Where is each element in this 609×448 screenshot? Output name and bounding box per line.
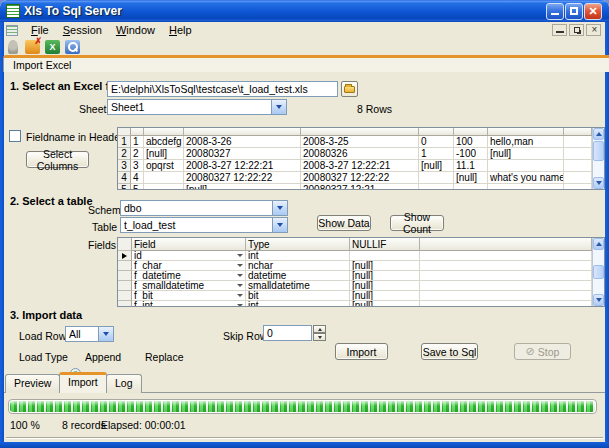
- cell: [419, 172, 454, 184]
- excel-file-input[interactable]: [107, 81, 338, 97]
- table-row[interactable]: f_bit bit [null]: [118, 291, 592, 301]
- sheet-label: Sheet: [79, 103, 106, 115]
- table-row[interactable]: id int: [118, 251, 592, 261]
- chevron-down-icon[interactable]: [237, 254, 243, 257]
- cell: bit: [246, 291, 350, 301]
- minimize-button[interactable]: [546, 3, 564, 20]
- table-row[interactable]: f_char nchar [null]: [118, 261, 592, 271]
- connect-icon[interactable]: [8, 40, 18, 54]
- fieldname-header-label: Fieldname in Header: [26, 131, 123, 143]
- menu-help[interactable]: Help: [162, 23, 199, 37]
- preview-grid-body: 11abcdefg2008-3-262008-3-250100hello,man…: [118, 128, 592, 189]
- cell: [454, 184, 488, 189]
- excel-icon[interactable]: X: [45, 40, 60, 54]
- cell[interactable]: f_bit: [132, 291, 246, 301]
- table-row[interactable]: 11abcdefg2008-3-262008-3-250100hello,man: [118, 136, 592, 148]
- chevron-down-icon[interactable]: [237, 284, 243, 287]
- show-data-button[interactable]: Show Data: [317, 215, 371, 231]
- column-header[interactable]: NULLIF: [350, 238, 420, 251]
- cell: 20080327: [184, 148, 301, 160]
- mdi-restore-button[interactable]: [569, 24, 584, 36]
- cell[interactable]: [350, 251, 420, 261]
- table-row[interactable]: 55...[null]20080327 12:21: [118, 184, 592, 189]
- window-border-right: [605, 22, 609, 442]
- spin-down-icon[interactable]: [313, 333, 326, 341]
- fieldname-header-checkbox[interactable]: [9, 130, 21, 142]
- cell[interactable]: [null]: [350, 271, 420, 281]
- cell: datetime: [246, 271, 350, 281]
- chevron-down-icon[interactable]: [271, 100, 286, 114]
- table-row[interactable]: f_int int [null]: [118, 301, 592, 306]
- tab-preview[interactable]: Preview: [5, 374, 60, 393]
- scrollbar-thumb[interactable]: [593, 141, 604, 161]
- cell[interactable]: [null]: [350, 291, 420, 301]
- select-columns-button[interactable]: Select Columns: [26, 151, 89, 168]
- table-value: t_load_test: [121, 218, 272, 232]
- cell: [144, 172, 184, 184]
- query-icon[interactable]: [65, 40, 80, 54]
- chevron-down-icon[interactable]: [237, 274, 243, 277]
- disconnect-icon[interactable]: [25, 40, 40, 54]
- chevron-down-icon[interactable]: [98, 327, 113, 341]
- fields-grid-scrollbar[interactable]: [592, 238, 604, 306]
- cell: 2: [131, 148, 144, 160]
- chevron-down-icon[interactable]: [272, 201, 287, 215]
- cell[interactable]: f_smalldatetime: [132, 281, 246, 291]
- folder-icon: [344, 86, 355, 93]
- title-bar[interactable]: Xls To Sql Server ✕: [0, 0, 609, 22]
- tab-log[interactable]: Log: [106, 374, 142, 393]
- cell[interactable]: id: [132, 251, 246, 261]
- cell: [null]: [419, 160, 454, 172]
- cell[interactable]: f_datetime: [132, 271, 246, 281]
- table-select[interactable]: t_load_test: [120, 217, 288, 233]
- scroll-up-icon[interactable]: [593, 238, 604, 250]
- scroll-down-icon[interactable]: [593, 294, 604, 306]
- column-header[interactable]: Type: [246, 238, 350, 251]
- scroll-down-icon[interactable]: [593, 177, 604, 189]
- schema-value: dbo: [121, 201, 272, 215]
- close-button[interactable]: ✕: [584, 3, 602, 20]
- load-rows-select[interactable]: All: [65, 326, 114, 342]
- section2-title: 2. Select a table: [10, 195, 93, 207]
- spin-up-icon[interactable]: [313, 325, 326, 333]
- table-row[interactable]: f_datetime datetime [null]: [118, 271, 592, 281]
- cell[interactable]: [null]: [350, 301, 420, 306]
- maximize-button[interactable]: [565, 3, 583, 20]
- chevron-down-icon[interactable]: [237, 294, 243, 297]
- cell: [488, 160, 564, 172]
- chevron-down-icon[interactable]: [272, 218, 287, 232]
- save-to-sql-button[interactable]: Save to Sql: [421, 343, 478, 360]
- tab-import[interactable]: Import: [59, 372, 107, 393]
- table-row[interactable]: 4420080327 12:22:2220080327 12:22:22[nul…: [118, 172, 592, 184]
- stop-button: ⊘Stop: [514, 343, 571, 360]
- browse-file-button[interactable]: [341, 81, 358, 97]
- cell: [488, 184, 564, 189]
- tab-import-excel[interactable]: Import Excel: [3, 55, 609, 72]
- scrollbar-thumb[interactable]: [593, 265, 604, 279]
- chevron-down-icon[interactable]: [237, 304, 243, 306]
- cell[interactable]: [null]: [350, 261, 420, 271]
- mdi-minimize-button[interactable]: [552, 24, 567, 36]
- menu-session[interactable]: Session: [56, 23, 109, 37]
- column-header[interactable]: Field: [132, 238, 246, 251]
- import-button[interactable]: Import: [335, 343, 388, 360]
- scroll-up-icon[interactable]: [593, 128, 604, 140]
- table-row[interactable]: f_smalldatetime smalldatetime [null]: [118, 281, 592, 291]
- cell[interactable]: f_char: [132, 261, 246, 271]
- mdi-close-button[interactable]: ×: [586, 24, 601, 36]
- table-label: Table: [92, 221, 117, 233]
- schema-select[interactable]: dbo: [120, 200, 288, 216]
- table-row[interactable]: 33opqrst2008-3-27 12:22:212008-3-27 12:2…: [118, 160, 592, 172]
- skip-rows-stepper[interactable]: [313, 325, 326, 341]
- preview-grid-scrollbar[interactable]: [592, 128, 604, 189]
- table-row[interactable]: 22[null]20080327200803261-100[null]: [118, 148, 592, 160]
- show-count-button[interactable]: Show Count: [390, 215, 444, 231]
- cell: hello,man: [488, 136, 564, 148]
- cell[interactable]: [null]: [350, 281, 420, 291]
- sheet-select[interactable]: Sheet1: [107, 99, 287, 115]
- chevron-down-icon[interactable]: [237, 264, 243, 267]
- skip-rows-input[interactable]: [263, 325, 312, 341]
- cell[interactable]: f_int: [132, 301, 246, 306]
- cell: 2008-3-25: [301, 136, 419, 148]
- menu-window[interactable]: Window: [109, 23, 162, 37]
